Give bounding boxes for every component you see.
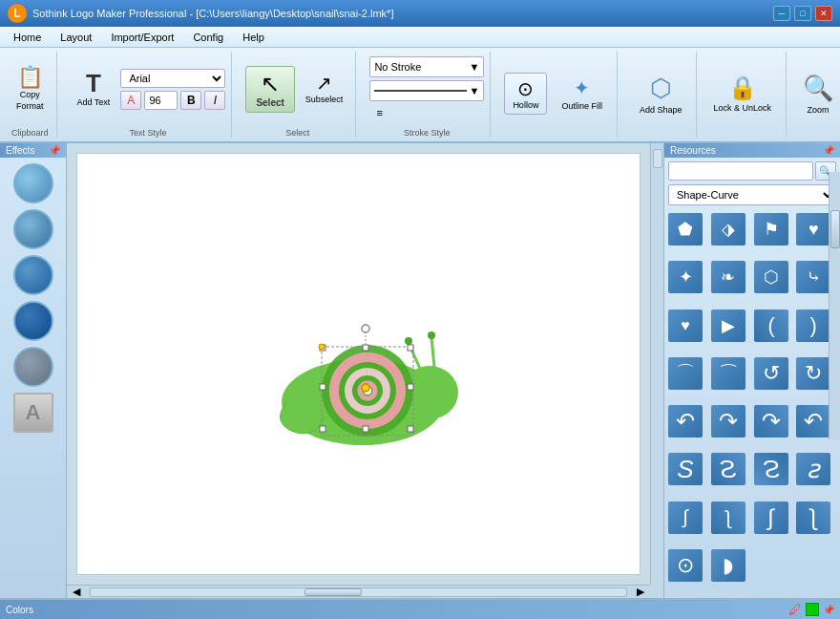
select-button[interactable]: ↖ Select (245, 66, 294, 113)
hollow-button[interactable]: ⊙ Hollow (504, 73, 547, 115)
shape-item[interactable]: ⚑ (754, 213, 788, 245)
effect-circle-3[interactable] (13, 255, 53, 295)
colors-pin[interactable]: 📌 (823, 605, 834, 615)
colors-panel: Colors 🖊 📌 355° (0, 598, 840, 619)
title-controls[interactable]: ─ □ ✕ (773, 6, 832, 21)
font-size-input[interactable] (144, 91, 178, 110)
resources-search-input[interactable] (668, 161, 813, 181)
shape-item[interactable]: S (711, 453, 746, 485)
copy-format-button[interactable]: 📋 Copy Format (10, 63, 51, 115)
shape-item[interactable]: ◗ (711, 549, 746, 582)
effects-panel: Effects 📌 A (0, 143, 67, 598)
copy-format-icon: 📋 (17, 67, 43, 88)
effects-pin[interactable]: 📌 (49, 145, 60, 156)
shape-item[interactable]: ⌒ (668, 357, 703, 390)
resources-scrollbar[interactable] (829, 172, 840, 439)
menu-home[interactable]: Home (4, 30, 51, 45)
shape-item[interactable]: ↶ (668, 405, 703, 438)
zoom-icon: 🔍 (803, 74, 833, 103)
effect-circle-2[interactable] (13, 209, 53, 249)
effect-circle-1[interactable] (13, 163, 53, 203)
shape-item[interactable]: ⁀ (711, 357, 746, 390)
svg-point-5 (428, 331, 435, 339)
svg-point-20 (319, 344, 325, 350)
lock-label: Lock & UnLock (713, 103, 771, 113)
window-title: Sothink Logo Maker Professional - [C:\Us… (32, 8, 393, 19)
add-shape-label: Add Shape (640, 105, 682, 115)
scroll-right-btn[interactable]: ▶ (631, 586, 650, 598)
select-group-label: Select (285, 126, 309, 138)
menu-import-export[interactable]: Import/Export (101, 30, 183, 45)
color-picker-eyedropper[interactable]: 🖊 (788, 602, 802, 617)
shape-item[interactable]: ↶ (754, 405, 788, 438)
clipboard-group-label: Clipboard (11, 126, 49, 138)
svg-point-4 (405, 337, 412, 345)
menu-config[interactable]: Config (183, 30, 233, 45)
scrollbar-v-thumb[interactable] (653, 149, 662, 168)
effect-text-a[interactable]: A (13, 393, 53, 433)
scrollbar-h-track[interactable] (90, 587, 627, 597)
ribbon-group-hollow: ⊙ Hollow ✦ Outline Fill (498, 52, 618, 138)
shape-item[interactable]: ∫ (668, 502, 703, 534)
scrollbar-horizontal[interactable]: ◀ ▶ (67, 585, 650, 598)
shape-item[interactable]: S (754, 453, 788, 485)
stroke-type-dropdown[interactable]: No Stroke ▼ (369, 56, 484, 77)
ribbon-group-clipboard: 📋 Copy Format Clipboard (4, 52, 57, 138)
shape-item[interactable]: ⤷ (796, 261, 830, 293)
subselect-button[interactable]: ↗ Subselect (299, 70, 350, 108)
bold-button[interactable]: B (180, 91, 201, 110)
shape-item[interactable]: ⊙ (668, 549, 703, 582)
add-text-button[interactable]: T Add Text (71, 66, 117, 112)
shape-item[interactable]: ↷ (711, 405, 746, 438)
outline-fill-button[interactable]: ✦ Outline Fill (553, 72, 611, 116)
text-color-btn[interactable]: A (120, 91, 141, 110)
stroke-line-dropdown[interactable]: ▼ (369, 80, 484, 101)
shape-item[interactable]: ) (796, 310, 830, 342)
shape-item[interactable]: ) (754, 310, 788, 342)
category-select[interactable]: Shape-Curve (668, 184, 836, 205)
ribbon-group-zoom: 🔍 Zoom (788, 52, 840, 138)
font-select[interactable]: Arial (120, 69, 225, 88)
lock-unlock-button[interactable]: 🔒 Lock & UnLock (704, 70, 780, 117)
shape-item[interactable]: ↻ (796, 357, 830, 390)
shape-item[interactable]: ∫ (711, 502, 746, 534)
shape-item[interactable]: S (668, 453, 703, 485)
shape-item[interactable]: ⬟ (668, 213, 703, 245)
shape-item[interactable]: ↷ (796, 405, 830, 438)
close-button[interactable]: ✕ (815, 6, 832, 21)
canvas-area: ◀ ▶ (67, 143, 663, 598)
align-btn[interactable]: ≡ (369, 104, 388, 121)
shape-item[interactable]: ♥ (668, 310, 703, 342)
scroll-left-btn[interactable]: ◀ (67, 586, 86, 598)
zoom-button[interactable]: 🔍 Zoom (794, 69, 840, 119)
shape-item[interactable]: ♥ (796, 213, 830, 245)
menu-help[interactable]: Help (233, 30, 274, 45)
minimize-button[interactable]: ─ (773, 6, 790, 21)
scrollbar-vertical[interactable] (650, 143, 663, 585)
ribbon-group-add-shape: ⬡ Add Shape (625, 52, 698, 138)
colors-header-right: 🖊 📌 (788, 602, 834, 617)
resources-search: 🔍 (664, 158, 840, 184)
shape-item[interactable]: ↺ (754, 357, 788, 390)
shape-item[interactable]: ✦ (668, 261, 703, 293)
maximize-button[interactable]: □ (794, 6, 811, 21)
resources-pin[interactable]: 📌 (823, 145, 834, 156)
shape-item[interactable]: ∫ (796, 502, 830, 534)
scrollbar-h-thumb[interactable] (304, 588, 362, 596)
menu-layout[interactable]: Layout (51, 30, 101, 45)
outline-fill-icon: ✦ (574, 76, 590, 99)
shape-item[interactable]: ƨ (796, 453, 830, 485)
stroke-line-arrow: ▼ (469, 85, 479, 96)
resources-scrollbar-thumb[interactable] (830, 210, 840, 248)
italic-button[interactable]: I (204, 91, 225, 110)
shape-item[interactable]: ⬗ (711, 213, 746, 245)
effect-circle-5[interactable] (13, 347, 53, 387)
shape-item[interactable]: ⬡ (754, 261, 788, 293)
canvas-white[interactable] (76, 153, 640, 575)
shape-item[interactable]: ❧ (711, 261, 746, 293)
add-shape-button[interactable]: ⬡ Add Shape (631, 69, 691, 119)
shape-item[interactable]: ∫ (754, 502, 788, 534)
effect-circle-4[interactable] (13, 301, 53, 341)
outline-fill-label: Outline Fill (561, 101, 602, 111)
shape-item[interactable]: ▶ (711, 310, 746, 342)
